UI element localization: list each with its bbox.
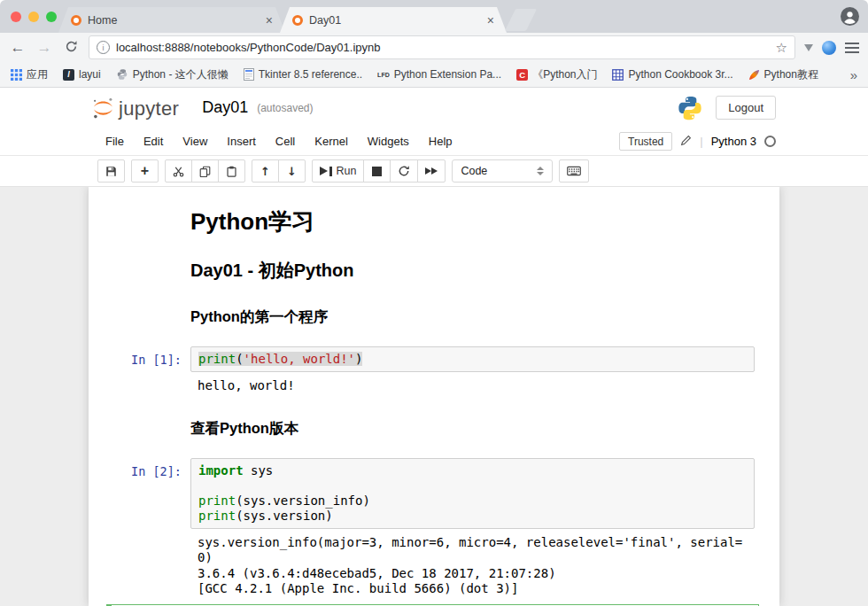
code-cell-2[interactable]: In [2]: import sys print(sys.version_inf… (89, 458, 779, 529)
code-cell-1[interactable]: In [1]: print('hello, world!') (89, 346, 779, 372)
extension-triangle-icon[interactable] (804, 44, 813, 51)
md-heading-day01[interactable]: Day01 - 初始Python (190, 259, 779, 283)
code-editor[interactable]: import sys print(sys.version_info)print(… (190, 458, 755, 529)
menubar-row: File Edit View Insert Cell Kernel Widget… (0, 128, 868, 156)
bookmark-layui[interactable]: l layui (63, 68, 101, 81)
zoom-window-button[interactable] (46, 12, 57, 22)
address-bar[interactable]: i localhost:8888/notebooks/PythonCode/Da… (89, 35, 795, 59)
back-button[interactable]: ← (9, 40, 27, 55)
bookmark-label: 应用 (27, 67, 48, 82)
bookmark-label: 《Python入门 (532, 67, 597, 82)
paste-cells-button[interactable] (218, 159, 245, 183)
output-text: sys.version_info(major=3, minor=6, micro… (190, 535, 755, 597)
minimize-window-button[interactable] (28, 12, 39, 22)
window-controls (11, 12, 57, 22)
md-heading-python-study[interactable]: Python学习 (190, 206, 779, 237)
browser-window: Home × Day01 × ← → i localhost:8888/note… (0, 0, 868, 606)
menu-separator: | (700, 135, 702, 148)
cell-type-value: Code (461, 165, 487, 177)
apps-grid-icon (11, 69, 22, 81)
red-c-favicon: C (516, 69, 528, 81)
cell-type-select[interactable]: Code (452, 159, 553, 183)
command-palette-button[interactable] (559, 159, 589, 183)
tab-day01[interactable]: Day01 × (280, 7, 507, 33)
copy-cells-button[interactable] (191, 159, 219, 183)
cut-cells-button[interactable] (165, 159, 192, 183)
bookmark-python-blog[interactable]: Python - 这个人很懒 (116, 67, 229, 82)
select-arrows-icon (537, 167, 544, 175)
run-cell-button[interactable]: Run (312, 159, 364, 183)
code-editor[interactable]: print('hello, world!') (190, 346, 755, 372)
tab-label: Home (88, 14, 260, 27)
profile-avatar-icon[interactable] (841, 7, 859, 26)
bookmark-python-intro[interactable]: C 《Python入门 (516, 67, 597, 82)
menu-cell[interactable]: Cell (266, 135, 305, 148)
layui-favicon: l (63, 69, 74, 81)
bookmark-label: Python Cookbook 3r... (628, 68, 732, 81)
fast-forward-icon (425, 167, 438, 175)
notebook-page: Python学习 Day01 - 初始Python Python的第一个程序 I… (89, 187, 779, 606)
menu-file[interactable]: File (96, 135, 134, 148)
tab-home[interactable]: Home × (58, 7, 285, 33)
page-favicon (244, 68, 254, 81)
python-kernel-logo (677, 95, 703, 121)
lfd-favicon: LFD (377, 72, 390, 78)
bookmark-label: Python - 这个人很懒 (133, 67, 229, 82)
menu-view[interactable]: View (173, 135, 217, 148)
jupyter-favicon (71, 15, 81, 26)
bookmarks-overflow-chevron[interactable]: » (850, 67, 857, 82)
table-favicon (612, 69, 624, 81)
browser-toolbar: ← → i localhost:8888/notebooks/PythonCod… (0, 33, 868, 62)
restart-run-all-button[interactable] (417, 159, 446, 183)
bookmark-apps[interactable]: 应用 (11, 67, 48, 82)
menu-edit[interactable]: Edit (134, 135, 173, 148)
feather-favicon (748, 69, 760, 81)
jupyter-favicon (292, 15, 303, 26)
trusted-badge[interactable]: Trusted (619, 132, 672, 151)
input-prompt: In [1]: (89, 346, 190, 372)
jupyter-logo[interactable]: jupyter (92, 97, 179, 120)
bookmarks-bar: 应用 l layui Python - 这个人很懒 Tkinter 8.5 re… (0, 62, 868, 88)
close-window-button[interactable] (11, 12, 21, 22)
move-cell-up-button[interactable]: ↑ (252, 159, 279, 183)
md-heading-first-program[interactable]: Python的第一个程序 (190, 307, 779, 327)
bookmark-python-tutorial[interactable]: Python教程 (748, 67, 818, 82)
bookmark-python-cookbook[interactable]: Python Cookbook 3r... (612, 68, 732, 81)
notebook-scroll-area[interactable]: Python学习 Day01 - 初始Python Python的第一个程序 I… (0, 187, 868, 606)
forward-button[interactable]: → (35, 40, 53, 55)
bookmark-python-extension[interactable]: LFD Python Extension Pa... (377, 68, 501, 81)
bookmark-label: layui (79, 68, 101, 81)
insert-cell-below-button[interactable]: + (131, 159, 159, 183)
save-checkpoint-button[interactable] (97, 159, 125, 183)
bookmark-label: Python教程 (764, 67, 818, 82)
output-text: hello, world! (190, 378, 755, 394)
bookmark-label: Python Extension Pa... (394, 68, 501, 81)
jupyter-planet-icon (92, 97, 114, 120)
logout-button[interactable]: Logout (716, 96, 776, 120)
close-tab-icon[interactable]: × (266, 14, 273, 27)
move-cell-down-button[interactable]: ↓ (278, 159, 306, 183)
menu-help[interactable]: Help (419, 135, 462, 148)
extension-globe-icon[interactable] (822, 41, 836, 55)
output-area-2: sys.version_info(major=3, minor=6, micro… (89, 535, 779, 597)
new-tab-button[interactable] (505, 9, 537, 31)
tab-strip: Home × Day01 × (0, 0, 868, 33)
stop-icon (372, 167, 382, 176)
bookmark-star-icon[interactable]: ☆ (776, 41, 787, 54)
menu-kernel[interactable]: Kernel (305, 135, 358, 148)
md-heading-check-version[interactable]: 查看Python版本 (190, 419, 779, 439)
restart-kernel-button[interactable] (390, 159, 418, 183)
chrome-menu-icon[interactable] (845, 43, 859, 53)
bookmark-tkinter[interactable]: Tkinter 8.5 reference.. (244, 68, 362, 81)
reload-button[interactable] (62, 40, 80, 56)
close-tab-icon[interactable]: × (487, 14, 494, 27)
page-info-icon[interactable]: i (97, 41, 110, 54)
kernel-idle-icon (764, 136, 776, 147)
menu-insert[interactable]: Insert (217, 135, 266, 148)
menu-widgets[interactable]: Widgets (358, 135, 419, 148)
notebook-title[interactable]: Day01 (202, 98, 248, 117)
interrupt-kernel-button[interactable] (363, 159, 391, 183)
autosave-status: (autosaved) (257, 102, 313, 114)
step-forward-bar (329, 167, 332, 176)
edit-mode-pencil-icon (680, 135, 692, 149)
